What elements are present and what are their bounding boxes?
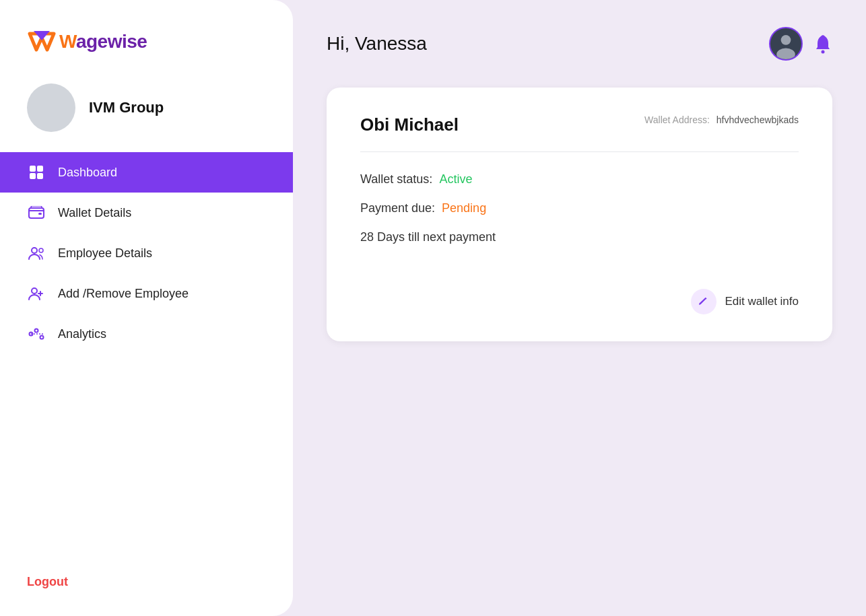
svg-marker-1 [34,31,50,40]
sidebar-item-analytics[interactable]: Analytics [0,314,293,354]
wallet-address-value: hfvhdvechewbjkads [717,114,799,125]
employee-card: Obi Michael Wallet Address: hfvhdvechewb… [327,88,832,341]
wagewise-logo-icon [27,27,57,57]
profile-area: IVM Group [0,77,293,152]
svg-point-13 [40,336,44,339]
sidebar-item-employee-details[interactable]: Employee Details [0,233,293,273]
svg-point-10 [32,288,37,294]
add-remove-employee-icon [27,284,46,303]
user-avatar[interactable] [769,27,803,61]
svg-rect-4 [30,173,36,179]
card-body: Wallet status: Active Payment due: Pendi… [360,172,799,244]
sidebar-item-dashboard-label: Dashboard [58,166,117,180]
svg-point-9 [39,248,43,252]
wallet-address-block: Wallet Address: hfvhdvechewbjkads [644,114,799,125]
svg-point-12 [35,329,38,333]
sidebar: Wagewise IVM Group Dashboard [0,0,293,616]
pencil-icon [698,296,710,308]
payment-due-row: Payment due: Pending [360,201,799,215]
wallet-address-label: Wallet Address: [644,114,710,125]
days-info-row: 28 Days till next payment [360,230,799,244]
dashboard-icon [27,163,46,182]
employee-name: Obi Michael [360,114,459,135]
svg-rect-5 [37,173,43,179]
page-header: Hi, Vanessa [327,27,832,61]
sidebar-item-analytics-label: Analytics [58,327,106,341]
company-name: IVM Group [89,99,164,116]
logout-area: Logout [0,575,293,589]
sidebar-item-wallet-details[interactable]: Wallet Details [0,193,293,233]
logo: Wagewise [27,27,147,57]
sidebar-item-add-remove-employee[interactable]: Add /Remove Employee [0,273,293,314]
bell-icon [813,34,832,54]
main-content: Hi, Vanessa Obi Michael Wa [293,0,866,616]
svg-point-8 [32,248,37,253]
employee-details-icon [27,244,46,263]
notification-button[interactable] [813,34,832,54]
payment-due-value: Pending [442,201,486,215]
payment-due-label: Payment due: [360,201,435,215]
company-avatar [27,83,75,132]
svg-rect-2 [30,166,36,172]
logo-area: Wagewise [0,0,293,77]
wallet-icon [27,203,46,222]
sidebar-nav: Dashboard Wallet Details [0,152,293,354]
svg-rect-7 [38,213,42,215]
svg-point-18 [822,50,825,54]
edit-wallet-icon [691,289,717,314]
card-header: Obi Michael Wallet Address: hfvhdvechewb… [360,114,799,152]
svg-rect-6 [29,208,44,218]
wallet-status-value: Active [439,172,472,186]
greeting-text: Hi, Vanessa [327,33,427,55]
sidebar-item-add-remove-employee-label: Add /Remove Employee [58,287,189,301]
edit-wallet-label: Edit wallet info [725,295,799,308]
card-footer: Edit wallet info [360,278,799,314]
wallet-status-row: Wallet status: Active [360,172,799,186]
svg-point-16 [781,35,791,45]
sidebar-item-employee-details-label: Employee Details [58,246,152,261]
logo-text: Wagewise [59,31,147,53]
logout-button[interactable]: Logout [27,575,68,589]
days-info-text: 28 Days till next payment [360,230,496,244]
svg-point-17 [776,48,795,60]
edit-wallet-button[interactable]: Edit wallet info [691,289,799,314]
header-icons [769,27,832,61]
svg-rect-3 [37,166,43,172]
analytics-icon [27,324,46,343]
sidebar-item-wallet-details-label: Wallet Details [58,206,131,220]
wallet-status-label: Wallet status: [360,172,432,186]
sidebar-item-dashboard[interactable]: Dashboard [0,152,293,193]
